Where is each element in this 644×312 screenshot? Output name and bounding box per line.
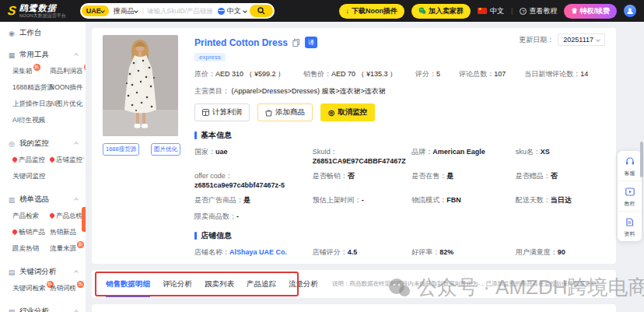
rating: 评分：5 bbox=[415, 69, 440, 79]
search-1688-button[interactable]: 1688搜货源 bbox=[103, 143, 139, 156]
chevron-down-icon bbox=[243, 9, 247, 13]
flame-icon bbox=[12, 229, 18, 235]
sidebar-item[interactable]: 产品总榜 bbox=[50, 212, 86, 221]
tab-review-analysis[interactable]: 评论分析 bbox=[156, 270, 198, 298]
search-icon bbox=[257, 7, 265, 15]
chevron-down-icon bbox=[134, 9, 138, 13]
docs-button[interactable]: 资料 bbox=[618, 212, 642, 241]
express-badge: express bbox=[194, 53, 226, 61]
user-avatar[interactable] bbox=[624, 5, 636, 17]
crown-icon: ♛ bbox=[571, 7, 577, 15]
country-select[interactable]: UAE bbox=[82, 5, 109, 16]
chevron-down-icon bbox=[100, 9, 105, 13]
cancel-monitor-button[interactable]: ◎ 取消监控 bbox=[320, 103, 375, 121]
monitor-icon: ◎ bbox=[8, 140, 16, 148]
person-icon bbox=[626, 7, 634, 15]
globe-icon bbox=[218, 8, 225, 15]
language-select[interactable]: 中文 bbox=[478, 6, 504, 16]
sidebar-item[interactable]: AI衍生视频 bbox=[12, 116, 50, 125]
info-field: 预估上架时间：- bbox=[313, 195, 411, 205]
sidebar-item[interactable]: 产品监控 bbox=[12, 156, 50, 165]
sidebar-item[interactable]: 产品检索 bbox=[12, 212, 50, 221]
today-new-reviews: 当日新增评论数：14 bbox=[524, 69, 588, 79]
add-product-button[interactable]: 添加商品 bbox=[257, 103, 313, 121]
chevron-up-icon bbox=[74, 198, 79, 202]
page-scrollbar[interactable] bbox=[640, 142, 643, 177]
customer-service-button[interactable]: 客服 bbox=[618, 151, 642, 181]
sidebar-item[interactable]: 热销词榜热 bbox=[50, 284, 86, 293]
view-tutorial-link[interactable]: ?查看教程 bbox=[520, 6, 557, 16]
help-icon: ? bbox=[520, 8, 527, 15]
sidebar-item[interactable]: 关键词监控 bbox=[12, 172, 50, 181]
sidebar-section-industry-analysis[interactable]: ▧ 行业分析 bbox=[0, 300, 86, 312]
sidebar-section-keyword-analysis[interactable]: ▤ 关键词分析 bbox=[0, 260, 86, 281]
sidebar-item-workbench[interactable]: ◉ 工作台 bbox=[0, 22, 86, 43]
sidebar-collapse-handle[interactable]: « bbox=[81, 154, 85, 162]
store-info-grid: 店铺名称：AlShaya UAE Co. 店铺评分：4.5 好评率：82% 用户… bbox=[194, 247, 605, 258]
review-count: 评论总数：107 bbox=[459, 69, 506, 79]
flame-icon bbox=[49, 156, 55, 163]
sidebar-item[interactable]: 跟卖热销 bbox=[12, 244, 50, 254]
tabs-note: 说明：商品数据在特定时间段内未能获取到数据则显示为-，已添加监控的商品会在监控后… bbox=[332, 280, 603, 288]
copy-icon[interactable] bbox=[292, 39, 300, 47]
search-category-select[interactable]: 搜商品 bbox=[109, 6, 142, 16]
sidebar-item[interactable]: 上货操作日志 bbox=[12, 100, 50, 109]
search-button[interactable] bbox=[250, 5, 273, 17]
chevron-down-icon bbox=[596, 37, 600, 42]
info-field: 物流模式：FBN bbox=[411, 195, 516, 205]
sidebar-item[interactable]: 流量来源新 bbox=[50, 244, 86, 254]
topbar: S 鸥鹭数据 NOON大数据运营平台 UAE 搜商品 | 中文 ↓下载Noon插… bbox=[0, 0, 644, 22]
wechat-icon bbox=[418, 7, 426, 15]
tab-product-tracking[interactable]: 产品追踪 bbox=[240, 270, 282, 298]
sidebar-section-ranking[interactable]: ▥ 榜单选品 bbox=[0, 188, 86, 209]
tab-traffic-analysis[interactable]: 流量分析 bbox=[282, 270, 324, 298]
calc-profit-button[interactable]: 计算利润 bbox=[194, 103, 250, 121]
hot-badge: 热 bbox=[84, 64, 86, 71]
info-field: 是否在售：是 bbox=[411, 171, 516, 189]
info-field: 是否畅销：否 bbox=[313, 171, 411, 189]
china-flag-icon bbox=[478, 8, 487, 14]
sidebar-item[interactable]: 关键词检索热 bbox=[12, 284, 50, 293]
sale-price: 销售价：AED 70 （ ¥135.3 ） bbox=[303, 69, 397, 79]
tutorial-button[interactable]: 教程 bbox=[618, 181, 642, 212]
search-input[interactable] bbox=[144, 7, 218, 15]
store-name-link[interactable]: AlShaya UAE Co. bbox=[229, 248, 287, 256]
download-plugin-button[interactable]: ↓下载Noon插件 bbox=[339, 4, 405, 19]
sidebar-item[interactable]: 热销新品 bbox=[50, 228, 86, 237]
grid-icon: ▦ bbox=[8, 51, 16, 59]
section-bar bbox=[194, 232, 197, 240]
main-category: 主营类目： (Apparel>Dresses>Dresses) 服装>连衣裙>连… bbox=[194, 86, 605, 96]
app-logo[interactable]: S 鸥鹭数据 NOON大数据运营平台 bbox=[8, 4, 66, 18]
info-field: 是否赠品：否 bbox=[516, 171, 605, 189]
tab-seller-list[interactable]: 跟卖列表 bbox=[198, 270, 240, 298]
chevron-up-icon bbox=[74, 270, 79, 275]
store-info-title: 店铺信息 bbox=[194, 230, 605, 241]
info-field: 好评率：82% bbox=[411, 247, 516, 258]
search-lang-select[interactable]: 中文 bbox=[218, 6, 250, 16]
sidebar: ◉ 工作台 ▦ 常用工具 采集箱热 商品利润器热 1688精选货源 NOON插件… bbox=[0, 22, 86, 312]
translate-badge[interactable]: 译 bbox=[305, 37, 317, 48]
tab-sales-data[interactable]: 销售数据明细 bbox=[100, 270, 156, 298]
sidebar-item[interactable]: NOON插件 bbox=[50, 83, 86, 93]
sidebar-item[interactable]: 畅销产品 bbox=[12, 228, 50, 237]
update-date-select[interactable]: 20251117 bbox=[558, 33, 605, 46]
sidebar-item[interactable]: 1688精选货源 bbox=[12, 83, 50, 93]
privilege-renew-button[interactable]: ♛特权/续费 bbox=[564, 4, 617, 19]
basic-info-title: 基本信息 bbox=[194, 130, 605, 141]
monitor-target-icon: ◎ bbox=[328, 108, 334, 117]
sidebar-section-my-monitor[interactable]: ◎ 我的监控 bbox=[0, 131, 86, 152]
hot-badge: 热 bbox=[33, 64, 40, 71]
sidebar-item[interactable]: 采集箱热 bbox=[12, 67, 50, 76]
sidebar-item[interactable]: 商品利润器热 bbox=[50, 67, 86, 76]
image-optimize-button[interactable]: 图片优化 bbox=[151, 143, 180, 156]
sidebar-item-label: 工作台 bbox=[19, 28, 42, 38]
calculator-icon bbox=[202, 109, 209, 116]
sidebar-section-common-tools[interactable]: ▦ 常用工具 bbox=[0, 43, 86, 64]
sidebar-item[interactable]: AI图片优化 bbox=[50, 100, 86, 109]
headset-icon bbox=[625, 157, 635, 166]
industry-icon: ▧ bbox=[8, 308, 16, 312]
info-field: offer code：z6851ca9e97c4bbf47467z-5 bbox=[194, 171, 313, 189]
join-seller-group-button[interactable]: 加入卖家群 bbox=[411, 4, 471, 19]
product-image[interactable] bbox=[103, 35, 178, 136]
dashboard-icon: ◉ bbox=[8, 30, 16, 37]
